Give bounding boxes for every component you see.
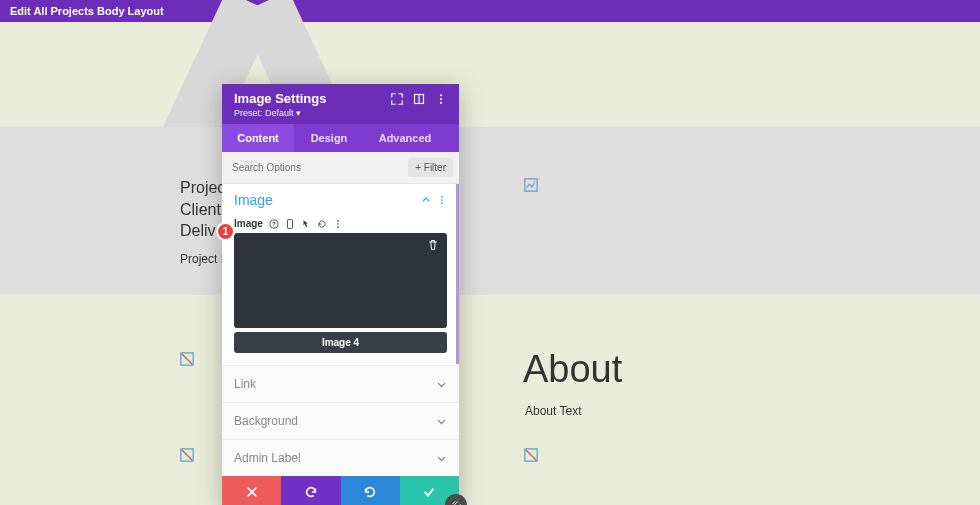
chevron-down-icon	[436, 416, 447, 427]
svg-point-8	[440, 97, 442, 99]
tab-design[interactable]: Design	[294, 124, 364, 152]
snap-icon[interactable]	[413, 93, 425, 105]
image-preview[interactable]	[234, 233, 447, 328]
trash-icon[interactable]	[427, 239, 439, 251]
svg-text:?: ?	[272, 220, 276, 226]
project-line-2: Client	[180, 199, 225, 221]
more-icon[interactable]	[333, 219, 343, 229]
help-icon[interactable]: ?	[269, 219, 279, 229]
preset-label[interactable]: Preset: Default ▾	[234, 108, 447, 118]
svg-point-17	[337, 223, 339, 225]
project-sub: Project I	[180, 252, 225, 266]
tab-advanced[interactable]: Advanced	[364, 124, 446, 152]
svg-point-12	[441, 202, 443, 204]
chevron-down-icon	[436, 453, 447, 464]
section-admin-label[interactable]: Admin Label	[222, 439, 459, 476]
broken-image-icon	[524, 178, 538, 192]
section-link[interactable]: Link	[222, 365, 459, 402]
broken-image-icon	[180, 352, 194, 366]
undo-button[interactable]	[281, 476, 340, 505]
section-image: Image Image ? Image 4	[222, 184, 459, 365]
search-row: + Filter	[222, 152, 459, 184]
redo-button[interactable]	[341, 476, 400, 505]
more-icon[interactable]	[435, 93, 447, 105]
project-line-1: Projec	[180, 177, 225, 199]
image-preview-caption: Image 4	[234, 332, 447, 353]
chevron-up-icon[interactable]	[421, 195, 431, 205]
background-band	[0, 127, 980, 295]
modal-header[interactable]: Image Settings Preset: Default ▾	[222, 84, 459, 124]
expand-icon[interactable]	[391, 93, 403, 105]
project-text-block: Projec Client Delive Project I	[180, 177, 225, 266]
svg-point-9	[440, 101, 442, 103]
modal-body: Image Image ? Image 4 Link	[222, 184, 459, 476]
search-input[interactable]	[232, 162, 408, 173]
page-title: Edit All Projects Body Layout	[10, 5, 164, 17]
annotation-badge-1: 1	[216, 222, 235, 241]
section-background[interactable]: Background	[222, 402, 459, 439]
reset-icon[interactable]	[317, 219, 327, 229]
svg-point-7	[440, 94, 442, 96]
svg-point-1	[533, 180, 535, 182]
image-field-label: Image	[234, 218, 263, 229]
broken-image-icon	[524, 448, 538, 462]
about-heading: About	[523, 348, 622, 391]
image-field-label-row: Image ?	[234, 218, 447, 229]
section-background-label: Background	[234, 414, 298, 428]
chevron-down-icon	[436, 379, 447, 390]
filter-button[interactable]: + Filter	[408, 158, 453, 177]
section-link-label: Link	[234, 377, 256, 391]
modal-title: Image Settings	[234, 91, 326, 106]
resize-handle[interactable]	[445, 494, 467, 505]
cancel-button[interactable]	[222, 476, 281, 505]
svg-point-10	[441, 196, 443, 198]
more-icon[interactable]	[437, 195, 447, 205]
topbar: Edit All Projects Body Layout	[0, 0, 980, 22]
about-text: About Text	[525, 404, 581, 418]
tablet-icon[interactable]	[285, 219, 295, 229]
image-settings-modal: Image Settings Preset: Default ▾ Content…	[222, 84, 459, 505]
tab-content[interactable]: Content	[222, 124, 294, 152]
modal-tabs: Content Design Advanced	[222, 124, 459, 152]
svg-point-18	[337, 226, 339, 228]
svg-rect-15	[287, 219, 292, 228]
modal-footer	[222, 476, 459, 505]
section-admin-label-label: Admin Label	[234, 451, 301, 465]
broken-image-icon	[180, 448, 194, 462]
svg-point-11	[441, 199, 443, 201]
svg-point-16	[337, 220, 339, 222]
hover-icon[interactable]	[301, 219, 311, 229]
section-image-title[interactable]: Image	[234, 192, 273, 208]
